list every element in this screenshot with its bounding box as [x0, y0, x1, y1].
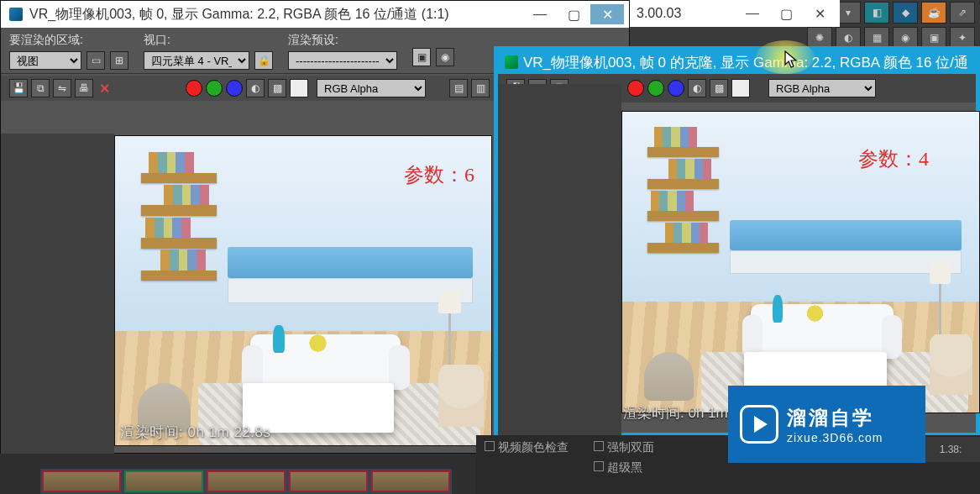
red-channel-btn[interactable] — [186, 80, 202, 97]
green-channel-btn[interactable] — [206, 80, 223, 97]
win1-close-btn[interactable]: ✕ — [590, 4, 624, 24]
w2-green-btn[interactable] — [647, 80, 664, 97]
bg-btn-2[interactable]: ◧ — [864, 2, 889, 24]
win1-param-annotation: 参数：6 — [404, 161, 474, 188]
timeline-seg[interactable] — [42, 470, 121, 492]
bg-min-btn[interactable]: — — [736, 3, 769, 24]
win2-title-text: VR_物理像机003, 帧 0 的克隆, 显示 Gamma: 2.2, RGBA… — [523, 53, 968, 72]
win1-left-pad — [1, 134, 114, 455]
watermark-logo: 溜溜自学 zixue.3D66.com — [728, 386, 925, 463]
win2-titlebar[interactable]: VR_物理像机003, 帧 0 的克隆, 显示 Gamma: 2.2, RGBA… — [498, 50, 976, 74]
logo-cn: 溜溜自学 — [787, 405, 883, 431]
lock-icon[interactable]: 🔒 — [254, 51, 273, 70]
w2-color-swatch[interactable] — [731, 79, 750, 97]
blue-channel-btn[interactable] — [226, 80, 243, 97]
win2-left-pad — [498, 84, 621, 437]
bg-btn-3[interactable]: ◆ — [893, 2, 918, 24]
play-icon — [740, 405, 778, 444]
win1-render-time: 渲染时间: 0h 1m 22.8s — [120, 423, 271, 442]
timeline-seg[interactable] — [124, 470, 203, 492]
area-select[interactable]: 视图 — [9, 51, 81, 70]
win1-min-btn[interactable]: — — [523, 4, 557, 24]
win1-titlebar[interactable]: VR_物理像机003, 帧 0, 显示 Gamma: 2.2, RGBA 颜色 … — [1, 1, 629, 28]
win1-render-viewport[interactable]: 渲染时间: 0h 1m 22.8s 参数：6 — [114, 135, 492, 446]
w2-blue-btn[interactable] — [668, 80, 684, 97]
timeline-seg[interactable] — [289, 470, 368, 492]
bg-btn-5[interactable]: ⇗ — [950, 2, 975, 24]
w2-red-btn[interactable] — [627, 80, 644, 97]
bg-max-btn[interactable]: ▢ — [769, 3, 803, 24]
copy-icon[interactable]: ⧉ — [31, 79, 50, 97]
bg-close-btn[interactable]: ✕ — [803, 3, 836, 24]
print-icon[interactable]: 🖶 — [75, 79, 93, 97]
cb-video-check[interactable] — [485, 441, 495, 451]
clone-icon[interactable]: ⇋ — [53, 79, 71, 97]
right-readout: 1.38: — [921, 437, 980, 462]
right-readout-text: 1.38: — [940, 444, 962, 455]
timeline-seg[interactable] — [371, 470, 450, 492]
w2-alpha-icon[interactable]: ▩ — [710, 79, 728, 97]
win1-max-btn[interactable]: ▢ — [557, 4, 590, 24]
area-btn-2[interactable]: ⊞ — [110, 51, 128, 70]
render-btn-a[interactable]: ▣ — [412, 48, 431, 66]
alpha-icon[interactable]: ▩ — [268, 79, 286, 97]
save-icon[interactable]: 💾 — [9, 79, 28, 97]
mono-icon[interactable]: ◐ — [246, 79, 265, 97]
lbl-video-check: 视频颜色检查 — [498, 440, 569, 454]
win2-param-annotation: 参数：4 — [858, 145, 929, 172]
channel-select[interactable]: RGB Alpha — [317, 79, 426, 97]
background-title: 3.00.03 — ▢ ✕ — [630, 0, 840, 27]
w2-mono-icon[interactable]: ◐ — [688, 79, 706, 97]
overlay-btn-1[interactable]: ▤ — [449, 79, 468, 97]
lbl-super-black: 超级黑 — [607, 460, 642, 474]
cb-super-black[interactable] — [594, 461, 604, 471]
timeline-seg[interactable] — [207, 470, 286, 492]
version-text: 3.00.03 — [637, 6, 681, 21]
cursor-icon — [784, 50, 799, 73]
cb-double-side[interactable] — [594, 441, 604, 451]
win2-render-time: 渲染时间: 0h 1m — [623, 403, 728, 423]
app-icon — [9, 8, 23, 21]
viewport-label: 视口: — [144, 33, 273, 48]
app-icon-2 — [505, 55, 518, 69]
win1-title-text: VR_物理像机003, 帧 0, 显示 Gamma: 2.2, RGBA 颜色 … — [29, 6, 449, 24]
area-btn-1[interactable]: ▭ — [86, 51, 105, 70]
color-swatch[interactable] — [290, 79, 308, 97]
preset-label: 渲染预设: — [288, 33, 397, 48]
preset-select[interactable]: ---------------------------- — [288, 51, 397, 70]
timeline[interactable] — [40, 469, 452, 494]
render-btn-b[interactable]: ◉ — [436, 48, 454, 66]
lbl-double-side: 强制双面 — [607, 440, 654, 454]
area-label: 要渲染的区域: — [9, 33, 128, 48]
win2-render-viewport[interactable]: 参数：4 — [621, 111, 980, 413]
w2-channel-select[interactable]: RGB Alpha — [768, 79, 876, 97]
overlay-btn-2[interactable]: ▥ — [471, 79, 490, 97]
delete-icon[interactable]: ✕ — [97, 81, 112, 96]
viewport-select[interactable]: 四元菜单 4 - VR_ — [144, 51, 249, 70]
logo-en: zixue.3D66.com — [787, 431, 883, 444]
bg-btn-teapot-icon[interactable]: ☕ — [921, 2, 946, 24]
